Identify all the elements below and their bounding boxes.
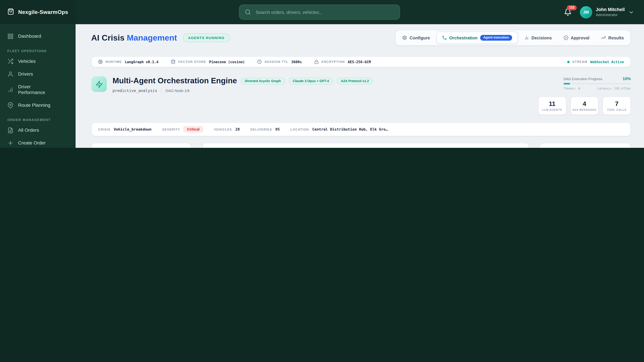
stat-value: 4: [572, 100, 597, 107]
tab-orchestration[interactable]: Orchestration Agent execution: [436, 32, 518, 44]
session-ttl-item: SESSION TTL 3600s: [257, 59, 302, 64]
agents-running-badge: AGENTS RUNNING: [183, 33, 230, 42]
llm-agents-stat: 11 LLM AGENTS: [538, 96, 566, 115]
topbar: Nexgile-SwarmOps 132 JM John Mitchell Ad…: [0, 0, 644, 24]
database-icon: [171, 59, 175, 64]
stat-label: A2A MESSAGES: [572, 108, 597, 111]
stat-label: TOOL CALLS: [604, 108, 630, 111]
stat-value: 7: [604, 100, 630, 107]
crisis-severity: SEVERITY Critical: [162, 126, 203, 133]
crisis-summary-bar: CRISIS Vehicle_breakdown SEVERITY Critic…: [91, 122, 631, 136]
tab-label: Decisions: [532, 35, 552, 40]
chevron-down-icon: [628, 9, 634, 15]
runtime-label: ENCRYPTION: [322, 60, 345, 64]
page-title: AI Crisis Management: [91, 33, 177, 42]
topbar-center: [76, 4, 564, 20]
engine-title: Multi-Agent Orchestration Engine: [112, 76, 237, 85]
tab-decisions[interactable]: Decisions: [519, 32, 557, 43]
sidebar-item-label: Drivers: [18, 71, 33, 77]
sidebar-item-all-orders[interactable]: All Orders: [0, 124, 76, 137]
search-input[interactable]: [255, 9, 394, 15]
severity-critical-badge: Critical: [183, 126, 203, 133]
user-name: John Mitchell: [596, 7, 625, 13]
main-content: AI Crisis Management AGENTS RUNNING Conf…: [76, 24, 644, 148]
stream-active-dot: [567, 60, 570, 63]
user-menu[interactable]: JM John Mitchell Administrator: [580, 6, 634, 18]
topbar-right: 132 JM John Mitchell Administrator: [564, 6, 644, 18]
runtime-info-bar: RUNTIME LangGraph v0.1.4 VECTOR STORE Pi…: [91, 56, 631, 67]
crisis-label: SEVERITY: [162, 127, 180, 131]
runtime-value: Pinecone (cosine): [209, 60, 245, 64]
sidebar-item-driver-performance[interactable]: Driver Performance: [0, 80, 53, 99]
runtime-value: AES-256-GCM: [348, 60, 371, 64]
dag-badge: Directed Acyclic Graph: [241, 77, 285, 84]
runtime-value: 3600s: [291, 60, 302, 64]
observability-column: OBSERVABILITY METRICS Live LLM INFERENCE…: [540, 143, 631, 148]
sidebar-item-vehicles[interactable]: Vehicles: [0, 55, 76, 68]
engine-stat-cards: 11 LLM AGENTS 4 A2A MESSAGES 7 TOOL CALL…: [538, 96, 631, 115]
crisis-value: Central Distribution Hub, Elk Gro…: [312, 127, 388, 131]
sidebar-item-route-planning[interactable]: Route Planning: [0, 99, 76, 112]
notifications-button[interactable]: 132: [564, 8, 572, 16]
runtime-label: RUNTIME: [106, 60, 122, 64]
stat-value: 11: [539, 100, 565, 107]
file-icon: [8, 127, 14, 133]
activity-stream-panel: REAL-TIME ACTIVITY STREAM Streaming P50:…: [202, 143, 529, 148]
tab-configure[interactable]: Configure: [397, 32, 435, 43]
crisis-label: LOCATION: [290, 127, 309, 131]
sidebar-section-fleet: FLEET OPERATIONS: [0, 43, 76, 55]
crisis-value: Vehicle_breakdown: [114, 127, 152, 131]
llm-agent-pool-panel: LLM AGENT POOL 11 Active Multi-Model Orc…: [91, 143, 192, 148]
map-pin-icon: [8, 102, 14, 108]
plus-icon: [8, 140, 14, 146]
brand-bag-icon: [8, 8, 14, 16]
user-role: Administrator: [596, 13, 625, 17]
stat-label: LLM AGENTS: [539, 108, 565, 111]
driver-icon: [8, 71, 14, 77]
tab-label: Configure: [410, 35, 430, 40]
tokens-count: Tokens: 0: [564, 87, 580, 90]
trending-up-icon: [601, 35, 606, 40]
tab-results[interactable]: Results: [596, 32, 629, 43]
execution-progress-panel: DAG Execution Progress 10% Tokens: 0 Lat…: [538, 76, 631, 115]
notification-count-badge: 132: [567, 5, 576, 10]
encryption-item: ENCRYPTION AES-256-GCM: [314, 59, 371, 64]
sidebar-item-drivers[interactable]: Drivers: [0, 68, 76, 80]
dag-node-name: predictive_analysis: [112, 88, 157, 93]
check-circle-icon: [563, 35, 568, 40]
dag-node-step: DAG Node 1/6: [166, 88, 190, 92]
gear-icon: [402, 35, 407, 40]
stream-value[interactable]: WebSocket Active: [590, 60, 624, 64]
tool-calls-stat: 7 TOOL CALLS: [602, 96, 631, 115]
sidebar-section-orders: ORDER MANAGEMENT: [0, 112, 76, 124]
sidebar-item-dashboard[interactable]: Dashboard: [0, 30, 76, 43]
observability-metrics-panel: OBSERVABILITY METRICS Live LLM INFERENCE…: [540, 143, 631, 148]
clock-icon: [257, 59, 262, 64]
models-badge: Claude 3 Opus + GPT-4: [289, 77, 333, 84]
sidebar-item-create-order[interactable]: Create Order: [0, 137, 76, 148]
tab-label: Orchestration: [449, 35, 478, 40]
crisis-deliveries: DELIVERIES 95: [250, 127, 280, 131]
progress-label: DAG Execution Progress: [564, 77, 602, 81]
vector-store-item: VECTOR STORE Pinecone (cosine): [171, 59, 245, 64]
sidebar-item-label: Dashboard: [18, 33, 41, 39]
crisis-value: 95: [276, 127, 280, 131]
crisis-label: CRISIS: [98, 127, 110, 131]
runtime-value: LangGraph v0.1.4: [125, 60, 158, 64]
crisis-location: LOCATION Central Distribution Hub, Elk G…: [290, 127, 388, 131]
sidebar-item-label: All Orders: [18, 127, 39, 133]
divider: |: [161, 88, 162, 92]
tab-label: Results: [608, 35, 624, 40]
vehicles-icon: [8, 58, 14, 64]
tab-approval[interactable]: Approval: [558, 32, 595, 43]
engine-header: Multi-Agent Orchestration Engine Directe…: [91, 76, 631, 115]
brand[interactable]: Nexgile-SwarmOps: [0, 0, 76, 24]
app-window: Nexgile-SwarmOps 132 JM John Mitchell Ad…: [0, 0, 644, 148]
global-search[interactable]: [239, 4, 400, 20]
crisis-label: VEHICLES: [214, 127, 232, 131]
stream-label: STREAM: [572, 60, 587, 64]
sidebar-item-label: Create Order: [18, 140, 46, 146]
avatar: JM: [580, 6, 592, 18]
sidebar-item-label: Driver Performance: [18, 84, 46, 95]
brand-name: Nexgile-SwarmOps: [18, 9, 68, 15]
